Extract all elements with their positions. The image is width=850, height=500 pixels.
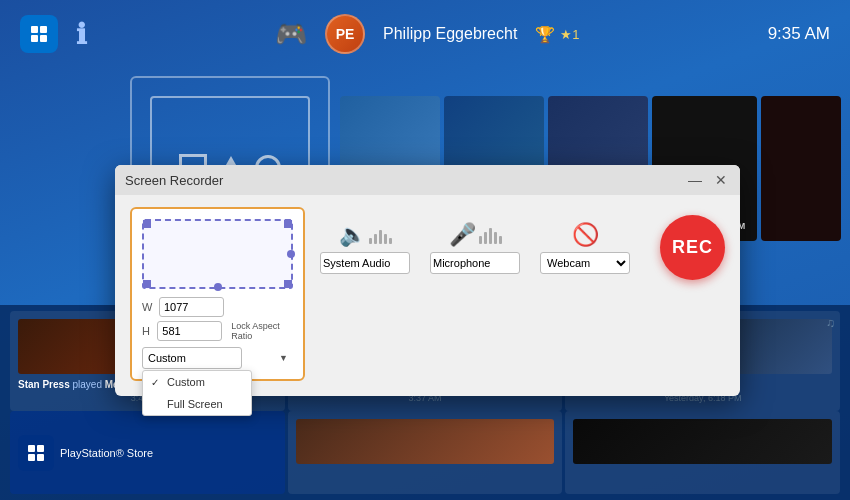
audio-controls-row: 🔈 System Audio: [320, 207, 725, 288]
svg-rect-0: [31, 26, 38, 33]
width-input[interactable]: [159, 297, 224, 317]
feed-card-5[interactable]: [565, 411, 840, 494]
corner-br: [284, 280, 292, 288]
ps-store-label: PlayStation® Store: [60, 447, 153, 459]
svg-rect-6: [28, 454, 35, 461]
svg-rect-5: [37, 445, 44, 452]
width-label: W: [142, 301, 154, 313]
audio-panel: 🔈 System Audio: [320, 207, 725, 288]
preset-select[interactable]: Custom Full Screen: [142, 347, 242, 369]
dropdown-item-fullscreen[interactable]: Full Screen: [143, 393, 251, 415]
preset-dropdown-menu: ✓ Custom Full Screen: [142, 370, 252, 416]
height-label: H: [142, 325, 152, 337]
dialog-controls: — ✕: [686, 171, 730, 189]
lock-aspect-label: Lock Aspect Ratio: [231, 321, 293, 341]
dialog-title: Screen Recorder: [125, 173, 223, 188]
corner-tr: [284, 220, 292, 228]
svg-rect-4: [28, 445, 35, 452]
topbar: ℹ 🎮 PE Philipp Eggebrecht 🏆 ★1 9:35 AM: [0, 0, 850, 68]
microphone-select[interactable]: Microphone: [430, 252, 520, 274]
webcam-icon: 🚫: [572, 222, 599, 248]
feed-card-4[interactable]: [288, 411, 563, 494]
microphone-icon: 🎤: [449, 222, 476, 248]
system-audio-icon-row: 🔈: [339, 222, 392, 248]
svg-rect-3: [40, 35, 47, 42]
username-label: Philipp Eggebrecht: [383, 25, 517, 43]
rec-button[interactable]: REC: [660, 215, 725, 280]
trophy-area: 🏆 ★1: [535, 25, 579, 44]
close-button[interactable]: ✕: [712, 171, 730, 189]
mic-bar-2: [484, 232, 487, 244]
feed-user-1: Stan Press: [18, 379, 70, 390]
trophy-count: ★1: [560, 27, 579, 42]
dropdown-fullscreen-label: Full Screen: [167, 398, 223, 410]
bar-1: [369, 238, 372, 244]
game-tile-5[interactable]: [761, 96, 841, 241]
ps-logo-icon: [20, 15, 58, 53]
svg-rect-2: [31, 35, 38, 42]
dialog-body: W H Lock Aspect Ratio Custom Full Screen…: [115, 195, 740, 396]
speaker-icon: 🔈: [339, 222, 366, 248]
minimize-button[interactable]: —: [686, 171, 704, 189]
system-audio-item: 🔈 System Audio: [320, 222, 410, 274]
mic-bar-4: [494, 232, 497, 244]
webcam-select[interactable]: Webcam: [540, 252, 630, 274]
corner-tl: [143, 220, 151, 228]
controller-icon: 🎮: [275, 19, 307, 50]
bar-3: [379, 230, 382, 244]
bottom-row: PlayStation® Store: [0, 411, 850, 500]
corner-bl: [143, 280, 151, 288]
bar-2: [374, 234, 377, 244]
capture-preview: [142, 219, 293, 289]
svg-rect-1: [40, 26, 47, 33]
preset-select-wrapper: Custom Full Screen ▼ ✓ Custom Full Scree…: [142, 347, 293, 369]
rec-label: REC: [672, 237, 713, 258]
microphone-item: 🎤 Microphone: [430, 222, 520, 274]
ps-store-card[interactable]: PlayStation® Store: [10, 411, 285, 494]
handle-mid-right[interactable]: [287, 250, 295, 258]
clock: 9:35 AM: [768, 24, 830, 44]
height-row: H Lock Aspect Ratio: [142, 321, 293, 341]
dropdown-custom-label: Custom: [167, 376, 205, 388]
controller-badge-3: ♫: [826, 316, 835, 330]
system-audio-select[interactable]: System Audio: [320, 252, 410, 274]
svg-rect-7: [37, 454, 44, 461]
feed-thumb-4: [296, 419, 555, 464]
width-row: W: [142, 297, 293, 317]
mic-bar-1: [479, 236, 482, 244]
capture-panel: W H Lock Aspect Ratio Custom Full Screen…: [130, 207, 305, 381]
dropdown-item-custom[interactable]: ✓ Custom: [143, 371, 251, 393]
handle-mid-bottom[interactable]: [214, 283, 222, 291]
mic-bar-5: [499, 236, 502, 244]
info-icon[interactable]: ℹ: [76, 18, 87, 51]
feed-thumb-5: [573, 419, 832, 464]
select-arrow-icon: ▼: [279, 353, 288, 363]
mic-bar-3: [489, 228, 492, 244]
dialog-titlebar: Screen Recorder — ✕: [115, 165, 740, 195]
microphone-bars: [479, 226, 502, 244]
bar-5: [389, 238, 392, 244]
microphone-icon-row: 🎤: [449, 222, 502, 248]
height-input[interactable]: [157, 321, 222, 341]
system-audio-bars: [369, 226, 392, 244]
bar-4: [384, 234, 387, 244]
webcam-item: 🚫 Webcam: [540, 222, 630, 274]
avatar: PE: [325, 14, 365, 54]
screen-recorder-dialog: Screen Recorder — ✕ W H: [115, 165, 740, 396]
ps-store-icon: [18, 435, 54, 471]
checkmark-icon: ✓: [151, 377, 161, 388]
trophy-icon: 🏆: [535, 25, 555, 44]
